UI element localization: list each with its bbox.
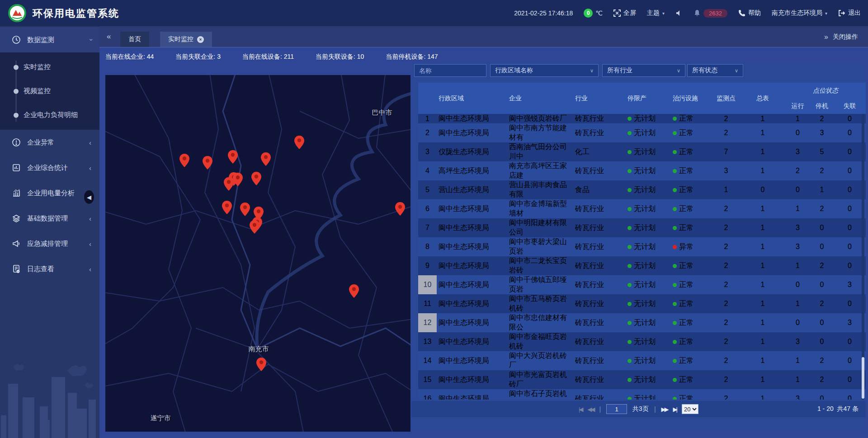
region-select[interactable]: 行政区域名称∨ <box>490 64 599 77</box>
map-pin-icon[interactable] <box>228 150 238 164</box>
table-row[interactable]: 9阆中生态环境局阆中市二龙长宝页岩砖砖瓦行业无计划正常21120 <box>418 256 866 275</box>
map-pin-icon[interactable] <box>222 201 232 214</box>
map-pin-icon[interactable] <box>203 156 212 170</box>
tabs-scroll-right-button[interactable]: » <box>824 33 826 41</box>
table-row[interactable]: 4高坪生态环境局南充市高坪区王家店建砖瓦行业无计划正常31220 <box>418 161 866 180</box>
first-page-button[interactable]: |◀ <box>579 406 582 413</box>
cell-region: 仪陇生态环境局 <box>437 142 507 161</box>
table-row[interactable]: 11阆中生态环境局阆中市五马桥页岩机砖砖瓦行业无计划正常21120 <box>418 294 866 313</box>
close-operations-button[interactable]: 关闭操作 <box>833 33 858 41</box>
status-dot-icon <box>627 226 632 230</box>
gis-map[interactable]: 巴中市南充市遂宁市 <box>105 75 410 432</box>
map-pin-icon[interactable] <box>233 173 243 186</box>
cell-facility: 正常 <box>669 294 712 313</box>
col-lost: 失联 <box>834 99 866 114</box>
map-pin-icon[interactable] <box>349 284 359 298</box>
cell-region: 阆中生态环境局 <box>437 370 507 389</box>
cell-points: 1 <box>712 180 740 199</box>
cell-region: 营山生态环境局 <box>437 180 507 199</box>
map-pin-icon[interactable] <box>261 152 271 166</box>
help-button[interactable]: 帮助 <box>738 9 761 17</box>
sidebar-item-enterprise-statistics[interactable]: 企业综合统计 ‹ <box>0 155 99 180</box>
cell-plan: 无计划 <box>624 237 669 256</box>
cell-plan: 无计划 <box>624 389 669 400</box>
status-dot-icon <box>627 207 632 211</box>
logout-button[interactable]: 退出 <box>838 9 861 17</box>
table-row[interactable]: 13阆中生态环境局阆中市金福旺页岩机砖砖瓦行业无计划正常21300 <box>418 332 866 351</box>
cell-run: 0 <box>785 313 810 332</box>
cell-meters: 1 <box>740 161 785 180</box>
map-pin-icon[interactable] <box>224 177 234 191</box>
theme-dropdown[interactable]: 主题▾ <box>647 9 665 17</box>
total-pages-label: 共3页 <box>632 405 649 413</box>
row-index: 8 <box>418 237 437 256</box>
table-row[interactable]: 1阆中生态环境局阆中强锐页岩砖厂砖瓦行业无计划正常21120 <box>418 114 866 123</box>
table-row[interactable]: 5营山生态环境局营山县润丰肉食品有限食品无计划正常10010 <box>418 180 866 199</box>
log-file-icon <box>12 264 21 273</box>
chevron-down-icon: ‹ <box>86 39 94 41</box>
status-dot-icon <box>627 245 632 249</box>
cell-stop: 1 <box>810 180 834 199</box>
map-collapse-button[interactable]: ◀ <box>84 190 94 204</box>
cell-industry: 砖瓦行业 <box>573 351 624 370</box>
table-row[interactable]: 12阆中生态环境局阆中市忠信建材有限公砖瓦行业无计划正常21003 <box>418 313 866 332</box>
industry-select[interactable]: 所有行业∨ <box>602 64 685 77</box>
tab-home[interactable]: 首页 <box>120 32 149 47</box>
sidebar-item-log-view[interactable]: 日志查看 ‹ <box>0 256 99 282</box>
page-number-input[interactable] <box>606 404 627 414</box>
cell-region: 阆中生态环境局 <box>437 351 507 370</box>
cell-company: 阆中明阳建材有限公司 <box>507 218 573 237</box>
status-select[interactable]: 所有状态∨ <box>687 64 743 77</box>
table-row[interactable]: 16阆中生态环境局阆中市石子页岩机砖厂砖瓦行业无计划正常21300 <box>418 389 866 400</box>
cell-meters: 1 <box>740 351 785 370</box>
sidebar-item-basic-data[interactable]: 基础数据管理 ‹ <box>0 206 99 231</box>
sidebar-item-enterprise-abnormal[interactable]: 企业异常 ‹ <box>0 130 99 155</box>
map-pin-icon[interactable] <box>395 202 405 216</box>
tab-realtime-monitor[interactable]: 实时监控 × <box>160 32 212 47</box>
cell-facility: 正常 <box>669 123 712 142</box>
table-row[interactable]: 10阆中生态环境局阆中千佛镇五郎垭页岩砖瓦行业无计划正常21003 <box>418 275 866 294</box>
data-monitor-submenu: 实时监控 视频监控 企业电力负荷明细 <box>0 52 99 130</box>
fullscreen-button[interactable]: 全屏 <box>613 9 636 17</box>
table-row[interactable]: 3仪陇生态环境局西南油气田分公司川中化工无计划正常71350 <box>418 142 866 161</box>
next-page-button[interactable]: ▶▶ <box>661 406 668 413</box>
status-dot-icon <box>673 245 677 249</box>
map-pin-icon[interactable] <box>256 358 266 371</box>
table-row[interactable]: 14阆中生态环境局阆中大兴页岩机砖厂砖瓦行业无计划正常21120 <box>418 351 866 370</box>
table-scrollbar-thumb[interactable] <box>862 357 864 399</box>
close-tab-icon[interactable]: × <box>197 36 204 43</box>
map-pin-icon[interactable] <box>250 220 259 234</box>
sidebar-item-data-monitor[interactable]: 数据监测 ‹ <box>0 27 99 52</box>
cell-lost: 0 <box>834 180 866 199</box>
mute-button[interactable] <box>675 9 683 17</box>
cell-meters: 1 <box>740 332 785 351</box>
sidebar-item-emergency-reduction[interactable]: 应急减排管理 ‹ <box>0 231 99 256</box>
sidebar-item-video-monitor[interactable]: 视频监控 <box>0 79 99 103</box>
cell-region: 阆中生态环境局 <box>437 237 507 256</box>
map-roads-layer <box>105 75 410 432</box>
cell-facility: 异常 <box>669 237 712 256</box>
sidebar-item-power-load-detail[interactable]: 企业电力负荷明细 <box>0 103 99 127</box>
map-pin-icon[interactable] <box>179 154 189 167</box>
table-row[interactable]: 15阆中生态环境局阆中市光富页岩机砖厂砖瓦行业无计划正常21120 <box>418 370 866 389</box>
table-row[interactable]: 6阆中生态环境局阆中市金博瑞新型墙材砖瓦行业无计划正常21120 <box>418 199 866 218</box>
table-row[interactable]: 7阆中生态环境局阆中明阳建材有限公司砖瓦行业无计划正常21300 <box>418 218 866 237</box>
message-center[interactable]: 2632 <box>693 9 727 18</box>
map-pin-icon[interactable] <box>251 172 261 185</box>
table-row[interactable]: 2阆中生态环境局阆中市南方节能建材有砖瓦行业无计划正常21030 <box>418 123 866 142</box>
tabs-scroll-left-button[interactable]: « <box>107 32 109 41</box>
row-index: 1 <box>418 114 437 123</box>
bullet-icon <box>14 65 19 70</box>
status-dot-icon <box>673 226 677 230</box>
sidebar-item-realtime-monitor[interactable]: 实时监控 <box>0 55 99 79</box>
page-size-select[interactable]: 20 <box>682 404 698 414</box>
last-page-button[interactable]: ▶| <box>673 406 676 413</box>
cell-meters: 0 <box>740 180 785 199</box>
status-dot-icon <box>627 131 632 135</box>
table-row[interactable]: 8阆中生态环境局阆中市枣碧大梁山页岩砖瓦行业无计划异常21300 <box>418 237 866 256</box>
prev-page-button[interactable]: ◀◀ <box>587 406 594 413</box>
map-pin-icon[interactable] <box>240 203 250 216</box>
map-pin-icon[interactable] <box>294 136 304 149</box>
org-dropdown[interactable]: 南充市生态环境局▾ <box>772 9 827 17</box>
name-search-input[interactable] <box>414 64 486 77</box>
